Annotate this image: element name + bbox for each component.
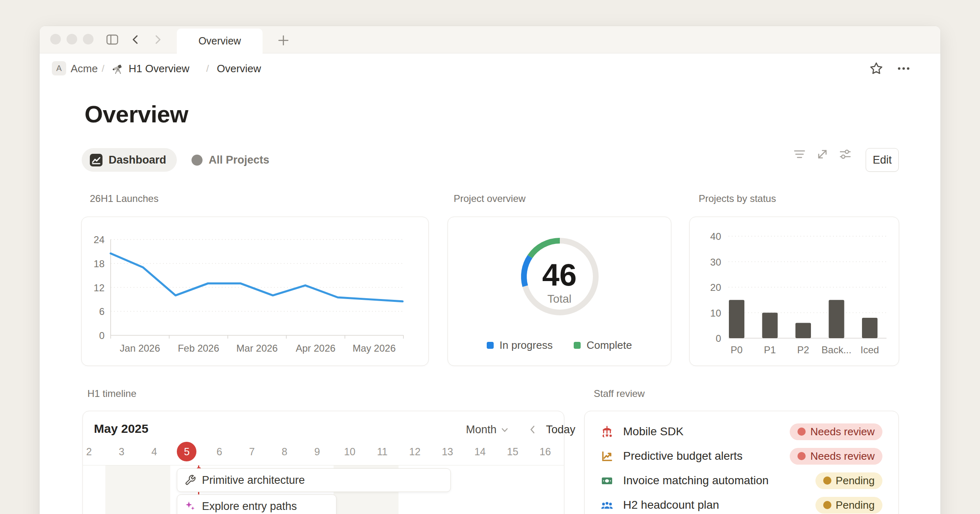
staff-item-title: Invoice matching automation (623, 474, 806, 487)
status-badge[interactable]: Pending (815, 497, 882, 514)
timeline-day-2[interactable]: 2 (79, 442, 99, 461)
chevron-down-icon (500, 425, 510, 435)
timeline-day-6[interactable]: 6 (209, 442, 229, 461)
section-label-timeline: H1 timeline (87, 388, 136, 399)
forward-icon[interactable] (151, 33, 165, 47)
timeline-day-13[interactable]: 13 (438, 442, 457, 461)
donut-legend: In progress Complete (448, 339, 671, 352)
svg-text:40: 40 (710, 231, 721, 242)
new-tab-plus-icon[interactable] (276, 33, 290, 47)
tab-dashboard[interactable]: Dashboard (82, 148, 177, 172)
timeline-event-1[interactable]: Primitive architecture (177, 468, 450, 492)
status-badge[interactable]: Needs review (790, 448, 882, 465)
timeline-view-selector[interactable]: Month (466, 423, 510, 436)
timeline-day-8[interactable]: 8 (275, 442, 294, 461)
tab-overview[interactable]: Overview (177, 29, 263, 53)
timeline-day-12[interactable]: 12 (405, 442, 425, 461)
favorite-star-icon[interactable] (869, 61, 884, 76)
launches-line-chart: 06121824Jan 2026Feb 2026Mar 2026Apr 2026… (82, 217, 429, 366)
svg-text:P1: P1 (764, 344, 776, 355)
staff-row-1[interactable]: Mobile SDKNeeds review (601, 419, 882, 444)
status-label: Pending (836, 474, 875, 487)
edit-button[interactable]: Edit (866, 148, 899, 172)
staff-item-title: Mobile SDK (623, 425, 780, 438)
svg-text:P0: P0 (731, 344, 742, 355)
status-label: Needs review (810, 450, 875, 463)
donut-center-value: 46 (448, 257, 671, 292)
timeline-day-4[interactable]: 4 (145, 442, 164, 461)
dashboard-chart-icon (90, 154, 102, 166)
weekend-band (105, 465, 171, 514)
status-label: Pending (836, 499, 875, 512)
tabbar-divider (40, 53, 940, 53)
tab-bar (40, 26, 940, 53)
tab-label: Overview (198, 35, 241, 47)
sidebar-toggle-icon[interactable] (105, 33, 119, 47)
svg-text:6: 6 (99, 306, 105, 317)
tab-dashboard-label: Dashboard (109, 154, 166, 166)
people-icon (601, 499, 613, 512)
line-chart-card: 06121824Jan 2026Feb 2026Mar 2026Apr 2026… (81, 217, 429, 366)
expand-icon[interactable] (815, 147, 829, 161)
staff-item-title: H2 headcount plan (623, 498, 806, 512)
timeline-prev-icon[interactable] (527, 424, 538, 435)
timeline-divider (82, 465, 564, 465)
timeline-day-10[interactable]: 10 (340, 442, 359, 461)
tab-all-projects[interactable]: All Projects (192, 148, 270, 172)
svg-text:May 2026: May 2026 (353, 343, 396, 354)
svg-text:0: 0 (716, 333, 721, 344)
timeline-day-16[interactable]: 16 (535, 442, 555, 461)
view-settings-sliders-icon[interactable] (838, 147, 852, 161)
timeline-day-14[interactable]: 14 (470, 442, 490, 461)
staff-row-4[interactable]: H2 headcount planPending (601, 493, 882, 514)
more-options-icon[interactable] (896, 63, 911, 74)
minimize-window-button[interactable] (67, 34, 77, 44)
svg-text:12: 12 (94, 282, 105, 293)
section-label-staff: Staff review (594, 388, 645, 399)
breadcrumb-separator: / (206, 63, 209, 74)
projects-by-status-bar-chart: 010203040P0P1P2Back...Iced (690, 217, 900, 366)
timeline-day-15[interactable]: 15 (503, 442, 522, 461)
svg-text:Feb 2026: Feb 2026 (178, 343, 219, 354)
svg-text:Iced: Iced (860, 344, 879, 355)
donut-center-label: Total (448, 292, 671, 306)
section-label-launches: 26H1 Launches (90, 193, 158, 204)
legend-swatch-blue (487, 342, 494, 349)
breadcrumb-separator: / (102, 63, 105, 74)
filter-icon[interactable] (793, 147, 806, 161)
timeline-day-9[interactable]: 9 (307, 442, 327, 461)
legend-swatch-green (574, 342, 581, 349)
timeline-day-3[interactable]: 3 (112, 442, 131, 461)
tab-all-projects-label: All Projects (209, 154, 270, 166)
status-badge[interactable]: Pending (815, 472, 882, 489)
banknote-icon (601, 474, 613, 487)
breadcrumb-item-overview[interactable]: Overview (217, 62, 261, 75)
timeline-event-title: Primitive architecture (202, 474, 305, 487)
status-badge[interactable]: Needs review (790, 423, 882, 440)
svg-text:30: 30 (710, 257, 721, 268)
workspace-avatar[interactable]: A (52, 61, 66, 75)
breadcrumb-item-acme[interactable]: Acme (71, 62, 98, 75)
status-dot (797, 428, 806, 436)
svg-text:0: 0 (99, 330, 105, 341)
staff-row-3[interactable]: Invoice matching automationPending (601, 468, 882, 493)
all-projects-icon (192, 155, 203, 166)
status-dot (797, 452, 806, 460)
svg-text:20: 20 (710, 282, 721, 293)
status-label: Needs review (810, 425, 875, 438)
timeline-view-mode-label: Month (466, 423, 497, 436)
timeline-today-label: Today (546, 423, 575, 436)
zoom-window-button[interactable] (83, 34, 94, 44)
timeline-today-button[interactable]: Today (546, 423, 575, 436)
svg-text:Mar 2026: Mar 2026 (236, 343, 278, 354)
staff-row-2[interactable]: Predictive budget alertsNeeds review (601, 444, 882, 468)
legend-item-in-progress: In progress (487, 339, 552, 352)
timeline-day-11[interactable]: 11 (372, 442, 392, 461)
timeline-event-2[interactable]: Explore entry paths (177, 494, 336, 514)
close-window-button[interactable] (50, 34, 61, 44)
timeline-day-7[interactable]: 7 (242, 442, 262, 461)
edit-button-label: Edit (873, 154, 892, 166)
breadcrumb-item-h1-overview[interactable]: H1 Overview (129, 62, 189, 75)
svg-text:P2: P2 (797, 344, 809, 355)
back-icon[interactable] (129, 33, 143, 47)
